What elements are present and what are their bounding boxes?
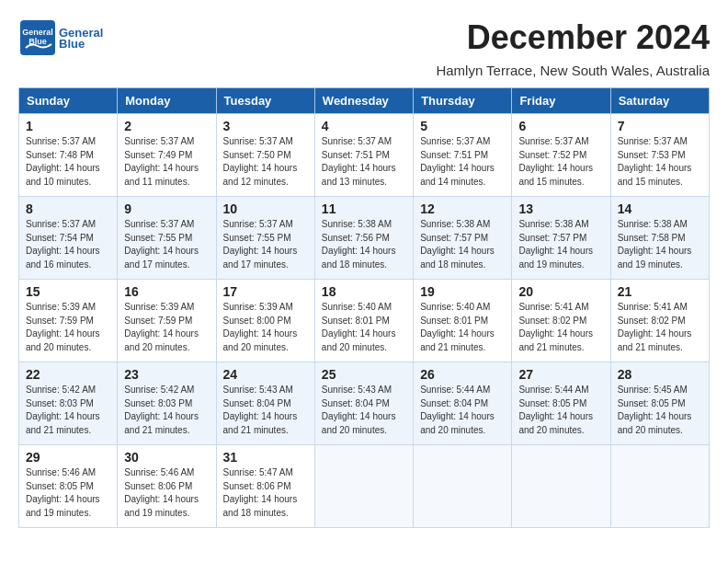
logo-icon: General Blue (18, 18, 57, 57)
calendar-cell: 20Sunrise: 5:41 AM Sunset: 8:02 PM Dayli… (512, 280, 610, 362)
calendar-cell: 11Sunrise: 5:38 AM Sunset: 7:56 PM Dayli… (314, 197, 413, 280)
day-number: 13 (518, 201, 603, 216)
day-info: Sunrise: 5:37 AM Sunset: 7:53 PM Dayligh… (618, 135, 702, 189)
header-thursday: Thursday (414, 88, 512, 114)
calendar-cell: 6Sunrise: 5:37 AM Sunset: 7:52 PM Daylig… (512, 114, 610, 197)
day-number: 4 (322, 119, 406, 133)
calendar-cell (314, 445, 413, 528)
day-info: Sunrise: 5:41 AM Sunset: 8:02 PM Dayligh… (518, 301, 603, 354)
calendar-cell: 2Sunrise: 5:37 AM Sunset: 7:49 PM Daylig… (118, 114, 216, 197)
calendar-row: 29Sunrise: 5:46 AM Sunset: 8:05 PM Dayli… (19, 445, 710, 528)
day-number: 24 (223, 367, 308, 382)
calendar-cell: 18Sunrise: 5:40 AM Sunset: 8:01 PM Dayli… (314, 280, 413, 362)
day-info: Sunrise: 5:40 AM Sunset: 8:01 PM Dayligh… (420, 301, 505, 354)
svg-text:General: General (22, 28, 53, 37)
calendar-cell: 5Sunrise: 5:37 AM Sunset: 7:51 PM Daylig… (414, 114, 512, 197)
day-number: 20 (518, 284, 603, 299)
day-info: Sunrise: 5:43 AM Sunset: 8:04 PM Dayligh… (322, 384, 406, 437)
day-number: 18 (322, 284, 406, 299)
day-number: 25 (322, 367, 406, 382)
calendar-row: 22Sunrise: 5:42 AM Sunset: 8:03 PM Dayli… (19, 362, 710, 445)
day-info: Sunrise: 5:37 AM Sunset: 7:50 PM Dayligh… (223, 135, 308, 189)
day-number: 10 (223, 201, 308, 216)
day-info: Sunrise: 5:37 AM Sunset: 7:54 PM Dayligh… (26, 218, 110, 271)
day-info: Sunrise: 5:38 AM Sunset: 7:57 PM Dayligh… (420, 218, 505, 271)
day-number: 29 (26, 450, 110, 465)
day-info: Sunrise: 5:42 AM Sunset: 8:03 PM Dayligh… (26, 384, 110, 437)
location-title: Hamlyn Terrace, New South Wales, Austral… (18, 63, 710, 78)
calendar-cell: 25Sunrise: 5:43 AM Sunset: 8:04 PM Dayli… (314, 362, 413, 445)
header-sunday: Sunday (19, 88, 118, 114)
day-number: 30 (124, 450, 209, 465)
calendar-cell: 26Sunrise: 5:44 AM Sunset: 8:04 PM Dayli… (414, 362, 512, 445)
day-info: Sunrise: 5:39 AM Sunset: 8:00 PM Dayligh… (223, 301, 308, 354)
weekday-header-row: Sunday Monday Tuesday Wednesday Thursday… (19, 88, 710, 114)
day-info: Sunrise: 5:37 AM Sunset: 7:52 PM Dayligh… (518, 135, 603, 189)
calendar-cell: 13Sunrise: 5:38 AM Sunset: 7:57 PM Dayli… (512, 197, 610, 280)
day-number: 14 (618, 201, 702, 216)
day-info: Sunrise: 5:37 AM Sunset: 7:48 PM Dayligh… (26, 135, 110, 189)
calendar-cell: 9Sunrise: 5:37 AM Sunset: 7:55 PM Daylig… (118, 197, 216, 280)
day-number: 8 (26, 201, 110, 216)
day-number: 22 (26, 367, 110, 382)
day-info: Sunrise: 5:37 AM Sunset: 7:49 PM Dayligh… (124, 135, 209, 189)
day-number: 21 (618, 284, 702, 299)
day-number: 2 (124, 119, 209, 133)
day-number: 9 (124, 201, 209, 216)
day-info: Sunrise: 5:47 AM Sunset: 8:06 PM Dayligh… (223, 466, 308, 520)
day-number: 5 (420, 119, 505, 133)
header-saturday: Saturday (610, 88, 709, 114)
month-title: December 2024 (467, 18, 710, 57)
calendar-cell (512, 445, 610, 528)
calendar-cell: 27Sunrise: 5:44 AM Sunset: 8:05 PM Dayli… (512, 362, 610, 445)
calendar-cell: 7Sunrise: 5:37 AM Sunset: 7:53 PM Daylig… (610, 114, 709, 197)
day-info: Sunrise: 5:43 AM Sunset: 8:04 PM Dayligh… (223, 384, 308, 437)
calendar-cell: 29Sunrise: 5:46 AM Sunset: 8:05 PM Dayli… (19, 445, 118, 528)
logo-text: General Blue (59, 26, 103, 51)
calendar-cell (610, 445, 709, 528)
day-number: 1 (26, 119, 110, 133)
day-info: Sunrise: 5:46 AM Sunset: 8:05 PM Dayligh… (26, 466, 110, 520)
calendar-cell: 12Sunrise: 5:38 AM Sunset: 7:57 PM Dayli… (414, 197, 512, 280)
calendar-row: 8Sunrise: 5:37 AM Sunset: 7:54 PM Daylig… (19, 197, 710, 280)
page-container: General Blue General Blue December 2024 … (18, 18, 710, 528)
day-info: Sunrise: 5:45 AM Sunset: 8:05 PM Dayligh… (618, 384, 702, 437)
day-number: 15 (26, 284, 110, 299)
calendar-cell: 3Sunrise: 5:37 AM Sunset: 7:50 PM Daylig… (216, 114, 314, 197)
calendar-cell: 23Sunrise: 5:42 AM Sunset: 8:03 PM Dayli… (118, 362, 216, 445)
day-number: 3 (223, 119, 308, 133)
day-number: 28 (618, 367, 702, 382)
day-info: Sunrise: 5:46 AM Sunset: 8:06 PM Dayligh… (124, 466, 209, 520)
calendar-cell: 21Sunrise: 5:41 AM Sunset: 8:02 PM Dayli… (610, 280, 709, 362)
calendar-cell: 22Sunrise: 5:42 AM Sunset: 8:03 PM Dayli… (19, 362, 118, 445)
day-info: Sunrise: 5:37 AM Sunset: 7:51 PM Dayligh… (420, 135, 505, 189)
calendar-cell: 17Sunrise: 5:39 AM Sunset: 8:00 PM Dayli… (216, 280, 314, 362)
calendar-cell: 16Sunrise: 5:39 AM Sunset: 7:59 PM Dayli… (118, 280, 216, 362)
header: General Blue General Blue December 2024 (18, 18, 710, 57)
day-number: 31 (223, 450, 308, 465)
calendar-cell: 15Sunrise: 5:39 AM Sunset: 7:59 PM Dayli… (19, 280, 118, 362)
day-info: Sunrise: 5:44 AM Sunset: 8:05 PM Dayligh… (518, 384, 603, 437)
header-monday: Monday (118, 88, 216, 114)
calendar-cell: 1Sunrise: 5:37 AM Sunset: 7:48 PM Daylig… (19, 114, 118, 197)
calendar-row: 1Sunrise: 5:37 AM Sunset: 7:48 PM Daylig… (19, 114, 710, 197)
calendar-cell: 28Sunrise: 5:45 AM Sunset: 8:05 PM Dayli… (610, 362, 709, 445)
day-info: Sunrise: 5:37 AM Sunset: 7:55 PM Dayligh… (223, 218, 308, 271)
day-number: 26 (420, 367, 505, 382)
calendar-row: 15Sunrise: 5:39 AM Sunset: 7:59 PM Dayli… (19, 280, 710, 362)
calendar-cell (414, 445, 512, 528)
day-info: Sunrise: 5:41 AM Sunset: 8:02 PM Dayligh… (618, 301, 702, 354)
day-number: 17 (223, 284, 308, 299)
day-number: 12 (420, 201, 505, 216)
day-number: 7 (618, 119, 702, 133)
calendar-table: Sunday Monday Tuesday Wednesday Thursday… (18, 87, 710, 528)
header-friday: Friday (512, 88, 610, 114)
calendar-cell: 19Sunrise: 5:40 AM Sunset: 8:01 PM Dayli… (414, 280, 512, 362)
day-info: Sunrise: 5:39 AM Sunset: 7:59 PM Dayligh… (124, 301, 209, 354)
day-info: Sunrise: 5:38 AM Sunset: 7:56 PM Dayligh… (322, 218, 406, 271)
calendar-cell: 24Sunrise: 5:43 AM Sunset: 8:04 PM Dayli… (216, 362, 314, 445)
calendar-cell: 31Sunrise: 5:47 AM Sunset: 8:06 PM Dayli… (216, 445, 314, 528)
day-info: Sunrise: 5:39 AM Sunset: 7:59 PM Dayligh… (26, 301, 110, 354)
day-info: Sunrise: 5:44 AM Sunset: 8:04 PM Dayligh… (420, 384, 505, 437)
calendar-cell: 14Sunrise: 5:38 AM Sunset: 7:58 PM Dayli… (610, 197, 709, 280)
